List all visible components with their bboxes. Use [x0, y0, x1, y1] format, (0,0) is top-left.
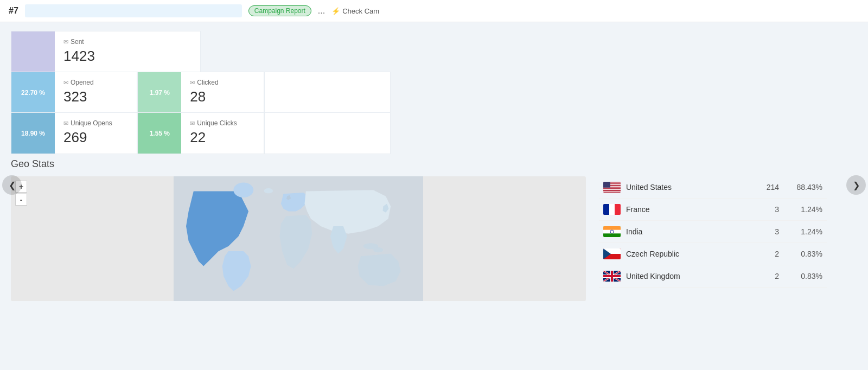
country-item: France31.24% [599, 199, 827, 221]
map-svg [11, 176, 586, 301]
left-arrow-icon: ❮ [9, 180, 16, 190]
unique-opens-envelope-icon: ✉ [63, 120, 68, 127]
page-title: #7 [9, 6, 18, 16]
right-arrow-icon: ❯ [853, 180, 860, 190]
country-name: Czech Republic [626, 250, 741, 258]
country-flag [603, 204, 621, 215]
country-count: 2 [746, 272, 779, 280]
country-flag [603, 182, 621, 193]
row2: 22.70 % ✉ Opened 323 1.97 % ✉ Clicked 28 [11, 72, 391, 113]
country-pct: 88.43% [784, 183, 822, 192]
unique-clicks-card: 1.55 % ✉ Unique Clicks 22 [137, 112, 264, 154]
country-list: United States21488.43% France31.24% Indi… [599, 176, 827, 288]
unique-opens-pct-block: 18.90 % [11, 113, 55, 154]
sent-card: ✉ Sent 1423 [11, 31, 201, 73]
country-name: United States [626, 183, 741, 192]
sent-color-block [11, 31, 55, 72]
country-pct: 0.83% [784, 272, 822, 280]
title-input[interactable] [25, 4, 242, 17]
world-map: + - [11, 176, 586, 301]
svg-rect-12 [603, 188, 621, 189]
svg-rect-24 [603, 226, 621, 230]
sent-envelope-icon: ✉ [63, 39, 68, 46]
svg-point-4 [373, 247, 383, 252]
country-pct: 1.24% [784, 227, 822, 236]
svg-rect-16 [603, 191, 621, 192]
svg-rect-13 [603, 188, 621, 189]
more-options-dots[interactable]: ... [318, 6, 325, 16]
country-item: India31.24% [599, 221, 827, 243]
svg-rect-14 [603, 189, 621, 190]
unique-opens-card: 18.90 % ✉ Unique Opens 269 [11, 112, 137, 154]
main-content: ✉ Sent 1423 22.70 % ✉ Opened 323 [0, 22, 868, 310]
check-cam-button[interactable]: ⚡ Check Cam [331, 7, 379, 15]
sent-label: ✉ Sent [63, 38, 192, 46]
lightning-icon: ⚡ [331, 7, 340, 15]
country-name: United Kingdom [626, 272, 741, 280]
opened-pct-block: 22.70 % [11, 72, 55, 113]
geo-stats-title: Geo Stats [11, 158, 857, 170]
country-name: France [626, 205, 741, 214]
header-bar: #7 Campaign Report ... ⚡ Check Cam [0, 0, 868, 22]
row3: 18.90 % ✉ Unique Opens 269 1.55 % ✉ Uniq… [11, 113, 391, 154]
clicked-card: 1.97 % ✉ Clicked 28 [137, 72, 264, 113]
svg-rect-37 [603, 275, 621, 277]
country-pct: 0.83% [784, 250, 822, 258]
svg-point-2 [264, 188, 273, 193]
country-count: 3 [746, 227, 779, 236]
opened-label: ✉ Opened [63, 79, 128, 86]
country-flag [603, 226, 621, 237]
svg-rect-21 [603, 204, 609, 215]
opened-envelope-icon: ✉ [63, 79, 68, 86]
country-count: 3 [746, 205, 779, 214]
country-count: 214 [746, 183, 779, 192]
country-pct: 1.24% [784, 205, 822, 214]
geo-stats-section: Geo Stats + - [11, 158, 857, 301]
unique-clicks-pct-block: 1.55 % [138, 113, 181, 154]
nav-left-button[interactable]: ❮ [2, 175, 22, 195]
country-name: India [626, 227, 741, 236]
unique-clicks-label: ✉ Unique Clicks [190, 119, 254, 127]
opened-info: ✉ Opened 323 [55, 72, 137, 113]
unique-clicks-info: ✉ Unique Clicks 22 [181, 113, 263, 154]
svg-point-1 [233, 183, 253, 198]
svg-rect-18 [603, 182, 610, 188]
empty-card-1 [264, 72, 391, 113]
unique-opens-info: ✉ Unique Opens 269 [55, 113, 137, 154]
nav-right-button[interactable]: ❯ [846, 175, 866, 195]
unique-clicks-value: 22 [190, 129, 254, 146]
unique-opens-value: 269 [63, 129, 128, 146]
country-item: United States21488.43% [599, 176, 827, 199]
sent-info: ✉ Sent 1423 [55, 31, 200, 72]
opened-card: 22.70 % ✉ Opened 323 [11, 72, 137, 113]
unique-clicks-envelope-icon: ✉ [190, 120, 195, 127]
empty-card-2 [264, 112, 391, 154]
clicked-pct-block: 1.97 % [138, 72, 181, 113]
country-flag [603, 248, 621, 259]
clicked-envelope-icon: ✉ [190, 79, 195, 86]
country-item: Czech Republic20.83% [599, 243, 827, 265]
svg-rect-15 [603, 190, 621, 191]
country-count: 2 [746, 250, 779, 258]
sent-value: 1423 [63, 48, 192, 65]
zoom-out-button[interactable]: - [15, 194, 27, 206]
clicked-value: 28 [190, 88, 254, 105]
svg-rect-17 [603, 192, 621, 193]
opened-value: 323 [63, 88, 128, 105]
country-flag [603, 271, 621, 282]
campaign-report-badge[interactable]: Campaign Report [248, 5, 311, 16]
clicked-info: ✉ Clicked 28 [181, 72, 263, 113]
clicked-label: ✉ Clicked [190, 79, 254, 86]
unique-opens-label: ✉ Unique Opens [63, 119, 128, 127]
country-item: United Kingdom20.83% [599, 265, 827, 288]
geo-content: + - [11, 176, 857, 301]
